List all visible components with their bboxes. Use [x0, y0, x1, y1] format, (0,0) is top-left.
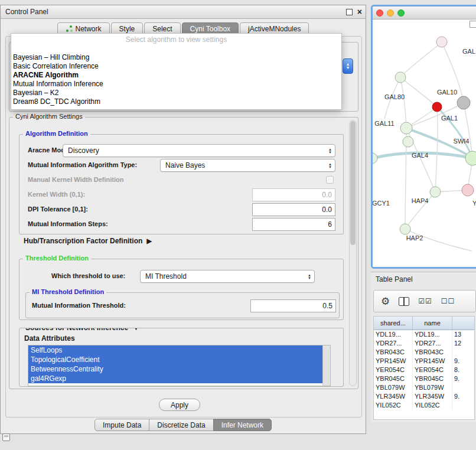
- mi-steps-field[interactable]: 6: [252, 218, 335, 231]
- network-node-label: GCY1: [373, 200, 390, 207]
- which-threshold-value: MI Threshold: [145, 272, 187, 281]
- algorithm-option[interactable]: ARACNE Algorithm: [11, 71, 341, 80]
- network-edge: [435, 107, 438, 192]
- algorithm-option[interactable]: Bayesian – K2: [11, 89, 341, 97]
- birdseye-toggle[interactable]: [470, 21, 476, 28]
- network-node[interactable]: [465, 151, 476, 165]
- gear-icon[interactable]: ⚙: [381, 296, 390, 306]
- apply-button[interactable]: Apply: [159, 399, 200, 411]
- attribute-list-item[interactable]: SelfLoops: [28, 345, 323, 355]
- bottom-tab-infer-network[interactable]: Infer Network: [213, 419, 272, 431]
- table-panel-title: Table Panel: [376, 275, 413, 283]
- algorithm-selector-arrow-button[interactable]: ▴ ▾: [343, 58, 353, 74]
- table-cell: YDL19...: [374, 330, 413, 339]
- table-cell: YER054C: [413, 366, 452, 374]
- hub-definition-section[interactable]: Hub/Transcription Factor Definition ▶: [24, 237, 152, 245]
- algorithm-option[interactable]: Bayesian – Hill Climbing: [11, 53, 341, 62]
- network-node[interactable]: [403, 136, 413, 147]
- table-cell: YBL079W: [413, 383, 452, 392]
- network-node[interactable]: [432, 102, 442, 112]
- cyni-algorithm-settings-title: Cyni Algorithm Settings: [13, 113, 85, 120]
- column-header[interactable]: shared...: [374, 317, 413, 330]
- mi-threshold-field[interactable]: 0.5: [250, 299, 336, 312]
- network-node-label: GAL80: [384, 93, 405, 100]
- dpi-tolerance-label: DPI Tolerance [0,1]:: [28, 206, 88, 213]
- close-panel-icon[interactable]: ×: [357, 8, 362, 16]
- table-row[interactable]: YDL19...YDL19...13: [374, 330, 474, 339]
- aracne-mode-value: Discovery: [68, 146, 99, 155]
- table-cell: YLR345W: [374, 392, 413, 401]
- table-cell: [452, 383, 475, 392]
- settings-scrollbar-thumb[interactable]: [350, 121, 356, 245]
- expand-triangle-icon[interactable]: ▶: [146, 237, 152, 245]
- algorithm-option[interactable]: Mutual Information Inference: [11, 80, 341, 89]
- table-row[interactable]: YIL052CYIL052C: [374, 401, 474, 410]
- network-node[interactable]: [395, 72, 406, 83]
- table-row[interactable]: YBL079WYBL079W: [374, 383, 474, 392]
- algorithm-option[interactable]: Dream8 DC_TDC Algorithm: [11, 97, 341, 106]
- network-node[interactable]: [373, 153, 377, 164]
- table-cell: YDR27...: [413, 339, 452, 348]
- select-all-checkboxes-icon[interactable]: ☑☑: [418, 297, 432, 305]
- mi-steps-label: Mutual Information Steps:: [28, 220, 108, 227]
- table-panel: Table Panel ⚙ ☑☑ ☐☐ shared...name YDL19.…: [371, 272, 476, 422]
- control-panel-titlebar[interactable]: Control Panel ×: [1, 5, 366, 19]
- network-node-label: GAL4: [412, 152, 428, 159]
- sources-group-title: Sources for Network Inference: [25, 328, 128, 332]
- mi-threshold-definition-group: MI Threshold Definition Mutual Informati…: [25, 292, 340, 318]
- network-node[interactable]: [436, 37, 447, 47]
- table-row[interactable]: YDR27...YDR27...12: [374, 339, 474, 348]
- network-node[interactable]: [457, 96, 470, 109]
- bottom-tab-discretize-data[interactable]: Discretize Data: [149, 419, 213, 431]
- column-header[interactable]: name: [413, 317, 452, 330]
- table-row[interactable]: YER054CYER054C8.: [374, 366, 474, 374]
- network-graph: GALGAL80GAL10GAL11GAL1SWI4GAL4GCY1HAP4YH…: [373, 19, 476, 268]
- table-cell: [452, 401, 475, 410]
- attribute-list-item[interactable]: BetweennessCentrality: [28, 364, 323, 374]
- network-node[interactable]: [430, 187, 441, 197]
- network-edge: [400, 77, 406, 128]
- algorithm-option[interactable]: Basic Correlation Inference: [11, 62, 341, 71]
- network-node-label: HAP4: [412, 197, 429, 204]
- collapse-triangle-icon[interactable]: ▼: [132, 328, 139, 332]
- kernel-width-field[interactable]: 0.0: [252, 188, 335, 201]
- column-header[interactable]: [452, 317, 475, 330]
- float-window-icon[interactable]: [346, 9, 353, 15]
- minimized-window-icon[interactable]: [2, 433, 10, 441]
- dpi-tolerance-field[interactable]: 0.0: [252, 203, 335, 216]
- table-row[interactable]: YLR345WYLR345W9.: [374, 392, 474, 401]
- table-cell: YBR045C: [374, 374, 413, 383]
- network-node[interactable]: [400, 122, 412, 134]
- which-threshold-label: Which threshold to use:: [51, 272, 125, 279]
- table-cell: 12: [452, 339, 475, 348]
- mi-type-select[interactable]: Naive Bayes ▴▾: [160, 159, 335, 172]
- algorithm-dropdown-popup: Select algorithm to view settings Bayesi…: [11, 33, 342, 110]
- aracne-mode-select[interactable]: Discovery ▴▾: [63, 144, 335, 157]
- kernel-width-value: 0.0: [322, 191, 332, 199]
- which-threshold-select[interactable]: MI Threshold ▴▾: [140, 270, 315, 283]
- manual-kernel-checkbox[interactable]: [326, 176, 334, 184]
- tab-label: Style: [119, 25, 135, 33]
- table-cell: 9.: [452, 357, 475, 366]
- table-row[interactable]: YPR145WYPR145W9.: [374, 357, 474, 366]
- network-node[interactable]: [400, 224, 410, 234]
- network-window-titlebar[interactable]: [373, 6, 476, 19]
- columns-icon[interactable]: [399, 297, 409, 306]
- settings-scrollbar[interactable]: [349, 120, 357, 386]
- bottom-tab-impute-data[interactable]: Impute Data: [94, 419, 149, 431]
- attribute-list-item[interactable]: gal4RGexp: [28, 374, 323, 383]
- network-view-window: GALGAL80GAL10GAL11GAL1SWI4GAL4GCY1HAP4YH…: [371, 5, 476, 269]
- close-traffic-light[interactable]: [376, 9, 383, 17]
- minimize-traffic-light[interactable]: [387, 9, 394, 17]
- table-row[interactable]: YBR043CYBR043C: [374, 348, 474, 357]
- deselect-all-checkboxes-icon[interactable]: ☐☐: [441, 297, 455, 305]
- attribute-list[interactable]: SelfLoopsTopologicalCoefficientBetweenne…: [28, 345, 331, 386]
- table-cell: 8.: [452, 366, 475, 374]
- attribute-list-item[interactable]: TopologicalCoefficient: [28, 355, 323, 364]
- attribute-list-scrollbar[interactable]: [322, 345, 330, 386]
- network-node[interactable]: [462, 184, 474, 196]
- zoom-traffic-light[interactable]: [397, 9, 405, 17]
- mi-threshold-definition-title: MI Threshold Definition: [30, 288, 106, 295]
- network-canvas[interactable]: GALGAL80GAL10GAL11GAL1SWI4GAL4GCY1HAP4YH…: [373, 19, 476, 268]
- table-row[interactable]: YBR045CYBR045C9.: [374, 374, 474, 383]
